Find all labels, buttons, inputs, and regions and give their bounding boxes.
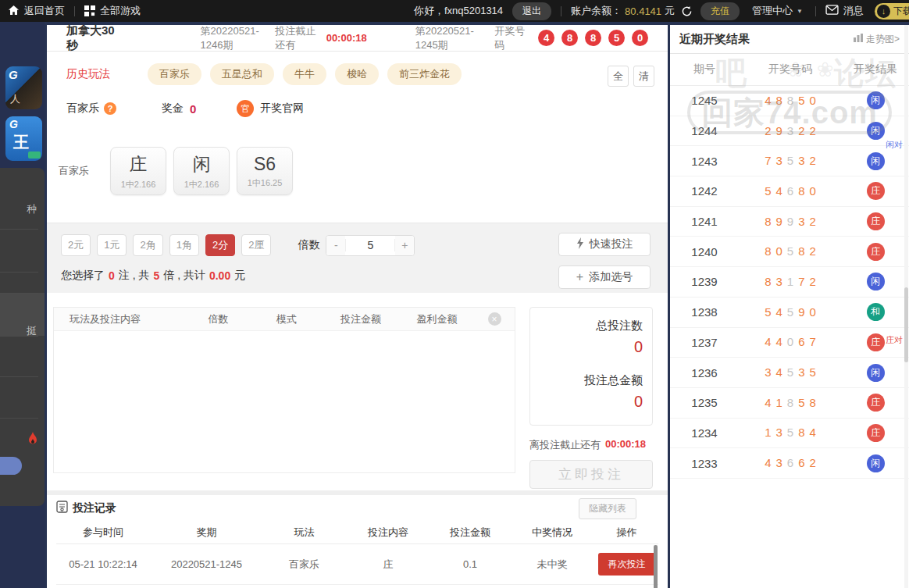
tab-game-3[interactable]: 梭哈 [335, 63, 379, 85]
result-digit: 3 [798, 154, 804, 167]
result-badge: 庄 [867, 243, 885, 261]
result-ball: 8 [561, 30, 578, 46]
result-digit: 8 [787, 94, 793, 107]
slip-countdown: 00:00:18 [605, 438, 646, 452]
result-digit: 8 [798, 426, 804, 439]
game-info-row: 百家乐 ? 奖金 0 官 开奖官网 [66, 100, 668, 117]
logout-button[interactable]: 退出 [512, 2, 551, 20]
result-badge: 闲 [867, 152, 885, 170]
record-column-header: 操作 [595, 526, 658, 540]
result-digits: 54590 [739, 305, 842, 319]
recent-results-header: 近期开奖结果 走势图> [670, 25, 909, 54]
records-scrollbar[interactable] [654, 545, 658, 588]
result-digit: 4 [765, 335, 771, 348]
unit-chip-1元[interactable]: 1元 [97, 234, 127, 256]
record-cell: 庄 [345, 558, 431, 572]
record-column-header: 投注内容 [345, 526, 431, 540]
result-digit: 8 [765, 275, 771, 288]
result-digit: 4 [775, 305, 782, 319]
download-button[interactable]: ↓ 下载 [875, 3, 909, 20]
hide-list-button[interactable]: 隐藏列表 [579, 498, 636, 519]
bet-slip-area: 玩法及投注内容倍数模式投注金额盈利金额× 总投注数 0 投注总金额 0 离投注截… [47, 293, 668, 490]
result-row: 123983172闲 [670, 267, 909, 298]
sidebar-pill-button[interactable] [0, 457, 22, 475]
result-digit: 2 [810, 244, 816, 258]
summary-text: 注 , 共 [119, 269, 150, 283]
trend-chart-label: 走势图> [866, 33, 900, 46]
clear-slip-icon[interactable]: × [488, 312, 501, 326]
add-numbers-button[interactable]: + 添加选号 [558, 265, 651, 289]
official-site-link[interactable]: 开奖官网 [260, 102, 304, 116]
rebet-button[interactable]: 再次投注 [598, 553, 656, 576]
clear-selection-button[interactable]: 清 [633, 66, 654, 87]
result-digit: 3 [775, 154, 782, 167]
refresh-icon[interactable] [681, 5, 693, 17]
result-digit: 4 [775, 335, 782, 348]
tab-game-0[interactable]: 百家乐 [148, 63, 201, 85]
record-cell: 20220521-1245 [150, 558, 263, 570]
result-period: 1238 [670, 305, 739, 319]
multiplier-label: 倍数 [298, 238, 319, 252]
quick-bet-button[interactable]: 快速投注 [558, 233, 651, 256]
result-period: 1234 [670, 426, 739, 440]
unit-chip-2分[interactable]: 2分 [205, 234, 235, 256]
bet-records-rows: 05-21 10:22:1420220521-1245百家乐庄0.1未中奖再次投… [56, 544, 658, 585]
result-label: 开奖号码 [494, 24, 528, 52]
tab-game-1[interactable]: 五星总和 [210, 63, 274, 85]
main-content: 加拿大30秒 第20220521-1246期 投注截止还有 00:00:18 第… [47, 22, 668, 588]
stake-area: 2元1元2角1角2分2厘 倍数 - 5 + 快速投注 + 添加选号 您选择了 0… [47, 223, 668, 293]
sidebar-item-partial[interactable]: 挺 [27, 324, 37, 338]
select-all-button[interactable]: 全 [608, 66, 629, 87]
recharge-button[interactable]: 充值 [700, 2, 740, 20]
sidebar-item-partial[interactable]: 种 [27, 202, 37, 216]
submit-bet-button[interactable]: 立即投注 [529, 460, 653, 489]
game-logo-2-tag [28, 151, 41, 159]
result-digit: 8 [775, 94, 782, 107]
bonus-label: 奖金 [162, 102, 184, 116]
record-column-header: 奖期 [150, 526, 263, 540]
game-logo-1[interactable]: G 人 [5, 66, 42, 109]
results-column-header: 开奖结果 [842, 62, 909, 77]
result-outcome: 庄庄对 [842, 333, 909, 351]
unit-chip-2角[interactable]: 2角 [133, 234, 162, 256]
balance-label: 账户余额： [571, 4, 622, 18]
left-sidebar: G 人 G 王 种 挺 [0, 22, 45, 588]
result-digit: 5 [787, 305, 793, 319]
unit-chip-1角[interactable]: 1角 [169, 234, 199, 256]
game-logo-1-letter: G [9, 68, 18, 81]
result-digit: 0 [810, 184, 816, 198]
result-digit: 6 [798, 456, 804, 469]
bet-option-闲[interactable]: 闲1中2.166 [173, 147, 230, 195]
help-icon[interactable]: ? [104, 102, 116, 115]
result-badge: 闲 [867, 122, 885, 140]
unit-chip-2厘[interactable]: 2厘 [241, 234, 271, 256]
back-home-link[interactable]: 返回首页 [24, 4, 65, 18]
all-games-link[interactable]: 全部游戏 [100, 4, 141, 18]
tab-history-play[interactable]: 历史玩法 [66, 67, 110, 81]
recent-results-title: 近期开奖结果 [679, 32, 750, 47]
result-digit: 5 [787, 365, 793, 379]
topbar: 返回首页 全部游戏 你好，fxnq5201314 退出 账户余额： 80.414… [0, 0, 909, 22]
tab-game-2[interactable]: 牛牛 [283, 63, 326, 85]
admin-center-menu[interactable]: 管理中心 ▼ [752, 4, 803, 18]
result-digit: 8 [787, 396, 793, 409]
multiplier-minus-button[interactable]: - [326, 236, 345, 255]
tab-game-4[interactable]: 前三炸金花 [387, 63, 462, 85]
record-column-header: 参与时间 [56, 526, 150, 540]
multiplier-value[interactable]: 5 [345, 239, 395, 251]
results-scrollbar[interactable] [904, 25, 908, 588]
game-logo-2[interactable]: G 王 [5, 116, 42, 161]
unit-chip-2元[interactable]: 2元 [61, 234, 91, 256]
result-period: 1242 [670, 184, 739, 198]
result-row: 124189932庄 [670, 207, 909, 237]
total-bets-value: 0 [540, 338, 643, 356]
add-numbers-label: 添加选号 [589, 270, 633, 284]
trend-chart-link[interactable]: 走势图> [854, 33, 900, 46]
sidebar-menu-active-item[interactable] [0, 293, 45, 336]
result-digit: 9 [775, 124, 782, 137]
multiplier-plus-button[interactable]: + [395, 236, 414, 255]
bet-option-庄[interactable]: 庄1中2.166 [110, 147, 166, 195]
bet-option-S6[interactable]: S61中16.25 [237, 147, 293, 195]
result-period: 1237 [670, 336, 739, 349]
messages-button[interactable]: 消息 [825, 4, 864, 18]
